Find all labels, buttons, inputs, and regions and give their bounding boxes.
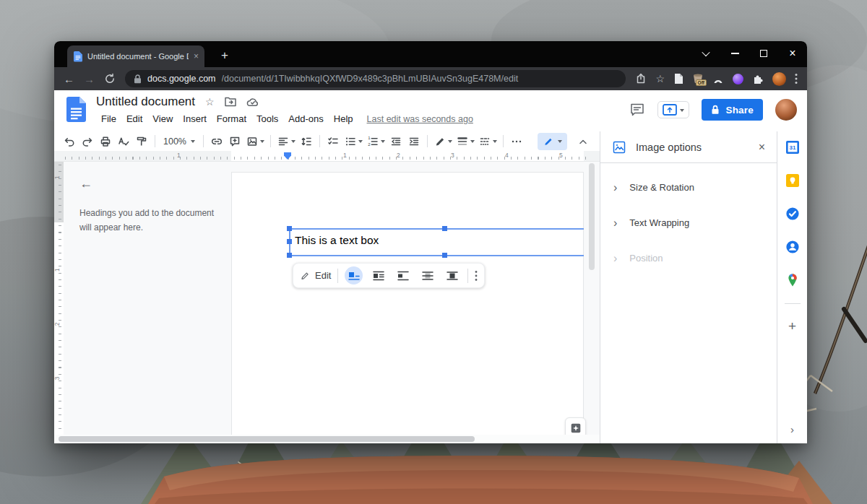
window-close-button[interactable]: × bbox=[778, 41, 807, 66]
menu-format[interactable]: Format bbox=[212, 112, 251, 126]
extension-arc-icon[interactable] bbox=[712, 74, 724, 84]
resize-handle-top-middle[interactable] bbox=[442, 226, 447, 231]
insert-link-button[interactable] bbox=[208, 133, 225, 150]
extensions-puzzle-icon[interactable] bbox=[752, 73, 764, 84]
document-page[interactable] bbox=[231, 172, 584, 443]
rail-divider bbox=[785, 303, 801, 304]
wrap-text-button[interactable] bbox=[369, 266, 387, 284]
indent-marker-icon[interactable] bbox=[284, 152, 291, 160]
hide-side-panel-button[interactable]: › bbox=[790, 424, 794, 435]
horizontal-scrollbar[interactable] bbox=[54, 435, 600, 443]
star-doc-icon[interactable]: ☆ bbox=[205, 97, 215, 107]
calendar-day: 31 bbox=[789, 144, 795, 151]
insert-image-button[interactable] bbox=[244, 133, 266, 150]
hide-menus-button[interactable] bbox=[574, 133, 592, 150]
forward-button[interactable]: → bbox=[84, 74, 95, 84]
maps-icon[interactable] bbox=[785, 272, 801, 288]
image-options-icon bbox=[612, 140, 626, 155]
docs-logo[interactable] bbox=[66, 97, 86, 122]
paint-format-button[interactable] bbox=[133, 133, 150, 150]
lock-icon bbox=[711, 105, 720, 115]
checklist-button[interactable] bbox=[324, 133, 342, 150]
bookmark-star-icon[interactable]: ☆ bbox=[655, 74, 665, 84]
browser-menu-kebab-icon[interactable] bbox=[795, 73, 798, 84]
tab-close-button[interactable]: × bbox=[194, 52, 199, 61]
calendar-icon[interactable]: 31 bbox=[785, 139, 801, 155]
more-toolbar-button[interactable] bbox=[508, 133, 525, 150]
add-comment-button[interactable] bbox=[226, 133, 243, 150]
extension-orb-icon[interactable] bbox=[733, 74, 743, 84]
spellcheck-button[interactable] bbox=[115, 133, 132, 150]
line-spacing-button[interactable] bbox=[298, 133, 315, 150]
extension-doc-icon[interactable] bbox=[673, 73, 683, 84]
url-field[interactable]: docs.google.com/document/d/1TIwibbhkqIQX… bbox=[125, 70, 626, 87]
maximize-button[interactable] bbox=[749, 41, 778, 66]
vertical-scrollbar-thumb[interactable] bbox=[589, 163, 595, 270]
edit-drawing-button[interactable]: Edit bbox=[300, 270, 331, 281]
increase-indent-button[interactable] bbox=[405, 133, 423, 150]
reload-button[interactable] bbox=[104, 73, 116, 84]
drawing-more-kebab-icon[interactable] bbox=[475, 270, 478, 282]
panel-title: Image options bbox=[636, 142, 749, 153]
menu-edit[interactable]: Edit bbox=[121, 112, 147, 126]
bulleted-list-button[interactable] bbox=[342, 133, 364, 150]
keep-icon[interactable] bbox=[785, 173, 801, 188]
redo-button[interactable] bbox=[79, 133, 96, 150]
share-page-icon[interactable] bbox=[635, 73, 647, 84]
google-docs-app: Untitled document ☆ File Edit View Inser… bbox=[54, 90, 807, 443]
menu-tools[interactable]: Tools bbox=[251, 112, 283, 126]
doc-title[interactable]: Untitled document bbox=[96, 95, 195, 109]
numbered-list-button[interactable]: 12 bbox=[365, 133, 387, 150]
move-folder-icon[interactable] bbox=[225, 97, 236, 107]
menu-help[interactable]: Help bbox=[329, 112, 358, 126]
resize-handle-bottom-middle[interactable] bbox=[442, 253, 447, 258]
wrap-inline-button[interactable] bbox=[345, 266, 363, 284]
align-button[interactable] bbox=[275, 133, 297, 150]
present-button[interactable] bbox=[657, 101, 689, 118]
break-text-button[interactable] bbox=[394, 266, 412, 284]
vertical-ruler[interactable]: 1 1 2 3 bbox=[54, 162, 64, 435]
insert-link-icon bbox=[210, 135, 223, 148]
resize-handle-bottom-left[interactable] bbox=[287, 253, 292, 258]
horizontal-scrollbar-thumb[interactable] bbox=[59, 436, 475, 442]
menu-insert[interactable]: Insert bbox=[178, 112, 212, 126]
cloud-status-icon[interactable] bbox=[246, 97, 259, 107]
behind-text-button[interactable] bbox=[418, 266, 436, 284]
contacts-icon[interactable] bbox=[785, 239, 801, 255]
share-button[interactable]: Share bbox=[702, 99, 763, 121]
decrease-indent-button[interactable] bbox=[387, 133, 405, 150]
drawing-toolbar: Edit bbox=[293, 263, 485, 288]
address-bar-actions: ☆ Off bbox=[635, 72, 798, 86]
comment-history-icon[interactable] bbox=[629, 102, 645, 118]
close-outline-button[interactable]: ← bbox=[79, 176, 224, 191]
border-weight-button[interactable] bbox=[454, 133, 476, 150]
back-button[interactable]: ← bbox=[64, 74, 74, 84]
resize-handle-middle-left[interactable] bbox=[287, 239, 292, 244]
panel-close-button[interactable]: × bbox=[759, 141, 765, 154]
undo-button[interactable] bbox=[61, 133, 78, 150]
new-tab-button[interactable]: + bbox=[216, 46, 233, 65]
front-text-button[interactable] bbox=[443, 266, 461, 284]
horizontal-ruler[interactable]: 1 1 2 3 4 5 bbox=[54, 151, 600, 161]
border-color-button[interactable] bbox=[432, 133, 454, 150]
menu-file[interactable]: File bbox=[96, 112, 121, 126]
section-size-rotation[interactable]: › Size & Rotation bbox=[600, 170, 777, 205]
print-button[interactable] bbox=[97, 133, 114, 150]
browser-profile-avatar[interactable] bbox=[772, 72, 786, 86]
minimize-button[interactable] bbox=[720, 41, 749, 66]
tasks-icon[interactable] bbox=[785, 206, 801, 222]
browser-tab[interactable]: Untitled document - Google Doc × bbox=[67, 45, 204, 67]
section-text-wrapping[interactable]: › Text Wrapping bbox=[600, 205, 777, 240]
zoom-select[interactable]: 100% bbox=[160, 136, 199, 147]
editing-mode-button[interactable] bbox=[538, 133, 567, 150]
tab-search-button[interactable] bbox=[691, 41, 720, 66]
textbox-content[interactable]: This is a text box bbox=[295, 234, 379, 247]
last-edit-link[interactable]: Last edit was seconds ago bbox=[367, 114, 473, 124]
menu-addons[interactable]: Add-ons bbox=[283, 112, 328, 126]
border-dash-button[interactable] bbox=[477, 133, 499, 150]
account-avatar[interactable] bbox=[775, 99, 797, 121]
extension-bucket[interactable]: Off bbox=[692, 74, 704, 84]
get-addons-button[interactable]: + bbox=[788, 319, 796, 333]
menu-view[interactable]: View bbox=[147, 112, 178, 126]
resize-handle-top-left[interactable] bbox=[287, 226, 292, 231]
